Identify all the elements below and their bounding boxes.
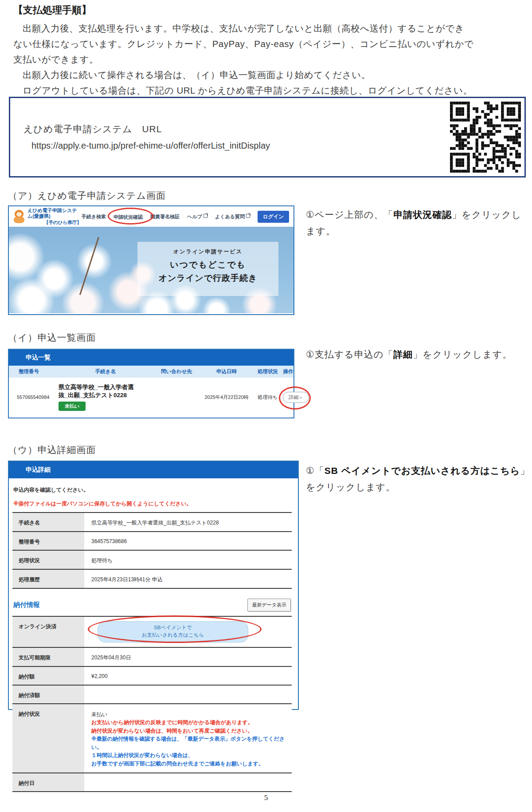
nav-procedure-search[interactable]: 手続き検索: [82, 213, 106, 220]
table-row: オンライン決済 SBペイメントで お支払いされる方はこちら: [12, 617, 292, 648]
payment-info-heading: 納付情報: [13, 601, 40, 609]
payment-table: オンライン決済 SBペイメントで お支払いされる方はこちら 支払可能期限: [12, 616, 292, 792]
nav-help[interactable]: ヘルプ: [187, 213, 207, 220]
col-apply-datetime: 申込日時: [200, 368, 253, 375]
external-link-icon: [203, 214, 207, 218]
section-i-note: ①支払する申込の「詳細」をクリックします。: [306, 346, 531, 363]
table-row: 納付状況 未払い お支払いから納付状況の反映までに時間がかかる場合があります。 …: [12, 704, 292, 773]
procedure-name-cell: 県立高等学校_一般入学者選 抜_出願_支払テスト0228 未払い: [59, 383, 153, 411]
url-callout-box: えひめ電子申請システム URL https://apply.e-tumo.jp/…: [9, 97, 526, 177]
portal-site-title: えひめ電子申請システム(愛媛県) 【手のひら県庁】: [27, 208, 82, 226]
detail-table: 手続き名 県立高等学校_一般入学者選抜_出願_支払テスト0228 整理番号 36…: [12, 512, 292, 589]
table-row: 支払可能期限 2025年04月30日: [12, 648, 292, 667]
intro-line: 出願入力後に続いて操作される場合は、（イ）申込一覧画面より始めてください。: [13, 67, 528, 83]
nav-faq[interactable]: よくある質問: [215, 213, 250, 220]
attachment-warning: ※添付ファイルは一度パソコンに保存してから開くようにしてください。: [13, 500, 292, 508]
section-i-heading: （イ）申込一覧画面: [8, 331, 96, 344]
sb-payment-button[interactable]: SBペイメントで お支払いされる方はこちら: [98, 621, 248, 643]
hero-headline-1: いつでもどこでも: [137, 259, 278, 271]
col-action: 操作: [283, 368, 293, 375]
refresh-data-button[interactable]: 最新データ表示: [247, 599, 291, 611]
intro-paragraph: 出願入力後、支払処理を行います。中学校は、支払いが完了しないと出願（高校へ送付）…: [13, 20, 528, 98]
portal-hero-image: オンライン申請サービス いつでもどこでも オンラインで行政手続き: [9, 227, 293, 313]
system-url[interactable]: https://apply.e-tumo.jp/pref-ehime-u/off…: [31, 141, 270, 151]
screenshot-application-list: 申込一覧 整理番号 手続き名 問い合わせ先 申込日時 処理状況 操作 55706…: [8, 349, 294, 418]
table-row: 処理履歴 2025年4月23日13時41分 申込: [12, 570, 292, 589]
detail-button[interactable]: 詳細＞: [283, 392, 309, 403]
intro-line: ない仕様になっています。クレジットカード、PayPay、Pay-easy（ペイジ…: [13, 36, 528, 51]
process-status-value: 処理待ち: [253, 394, 283, 401]
screenshot-application-detail: 申込詳細 申込内容を確認してください。 ※添付ファイルは一度パソコンに保存してか…: [8, 461, 299, 710]
hero-headline-2: オンラインで行政手続き: [137, 272, 278, 284]
table-row: 納付額 ¥2,200: [12, 667, 292, 686]
detail-title-bar: 申込詳細: [9, 461, 298, 478]
qr-code-image: [447, 99, 524, 175]
table-row: 手続き名 県立高等学校_一般入学者選抜_出願_支払テスト0228: [12, 513, 292, 532]
hero-text-panel: オンライン申請サービス いつでもどこでも オンラインで行政手続き: [137, 242, 278, 296]
intro-line: 支払いができます。: [13, 51, 528, 67]
page-title: 【支払処理手順】: [13, 4, 91, 17]
mascot-icon: [13, 210, 25, 223]
external-link-icon: [246, 214, 250, 218]
intro-line: 出願入力後、支払処理を行います。中学校は、支払いが完了しないと出願（高校へ送付）…: [13, 20, 528, 36]
col-procedure-name: 手続き名: [59, 368, 153, 375]
table-row: 納付済額: [12, 686, 292, 704]
status-unpaid-text: 未払い: [91, 710, 292, 719]
apply-datetime-value: 2025年4月22日20時: [200, 394, 253, 401]
blossom-branch: [79, 237, 99, 295]
table-row: 整理番号 364575738686: [12, 532, 292, 551]
detail-instruction: 申込内容を確認してください。: [13, 486, 292, 494]
unpaid-badge: 未払い: [59, 402, 86, 411]
sb-payment-wrap: SBペイメントで お支払いされる方はこちら: [98, 621, 248, 643]
section-u-note: ①「SB ペイメントでお支払いされる方はこちら」をクリックします。: [306, 462, 531, 495]
table-row: 処理状況 処理待ち: [12, 551, 292, 570]
list-column-headers: 整理番号 手続き名 問い合わせ先 申込日時 処理状況 操作: [9, 366, 293, 378]
portal-menu: 手続き検索 申請状況確認 職責署名検証 ヘルプ よくある質問 ログイン: [82, 211, 289, 223]
system-url-label: えひめ電子申請システム URL: [23, 123, 162, 135]
col-ref-number: 整理番号: [9, 368, 59, 375]
nav-signature-verify[interactable]: 職責署名検証: [150, 213, 180, 220]
table-row: 納付日: [12, 773, 292, 792]
screenshot-portal: えひめ電子申請システム(愛媛県) 【手のひら県庁】 手続き検索 申請状況確認 職…: [8, 205, 294, 315]
section-u-heading: （ウ）申込詳細画面: [8, 444, 96, 456]
action-cell: 詳細＞: [283, 392, 309, 403]
portal-navbar: えひめ電子申請システム(愛媛県) 【手のひら県庁】 手続き検索 申請状況確認 職…: [9, 206, 293, 227]
list-title-bar: 申込一覧: [9, 350, 293, 366]
payment-status-cell: 未払い お支払いから納付状況の反映までに時間がかかる場合があります。 納付状況が…: [84, 704, 292, 773]
intro-line: ログアウトしている場合は、下記の URL からえひめ電子申請システムに接続し、ロ…: [13, 83, 528, 98]
nav-status-check[interactable]: 申請状況確認: [113, 214, 143, 220]
hero-tagline: オンライン申請サービス: [137, 248, 278, 256]
page-number: 5: [0, 793, 532, 802]
section-a-note: ①ページ上部の、「申請状況確認」をクリックします。: [306, 206, 531, 239]
col-process-status: 処理状況: [253, 368, 283, 375]
col-contact: 問い合わせ先: [153, 368, 200, 375]
section-a-heading: （ア）えひめ電子申請システム画面: [8, 189, 166, 202]
nav-status-check-wrap: 申請状況確認: [113, 213, 143, 221]
document-page: 【支払処理手順】 出願入力後、支払処理を行います。中学校は、支払いが完了しないと…: [0, 0, 532, 812]
login-button[interactable]: ログイン: [258, 211, 289, 223]
table-row: 557065540984 県立高等学校_一般入学者選 抜_出願_支払テスト022…: [9, 378, 293, 417]
ref-number-value: 557065540984: [9, 394, 59, 400]
